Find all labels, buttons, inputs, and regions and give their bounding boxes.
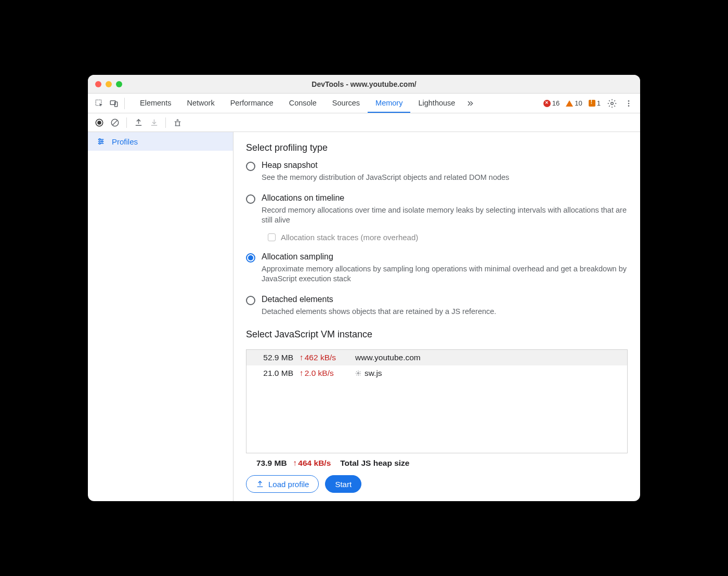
- vm-name: sw.js: [355, 369, 382, 378]
- collect-garbage-icon[interactable]: [170, 115, 185, 130]
- inspect-element-icon[interactable]: [92, 96, 107, 111]
- error-icon: [543, 100, 551, 107]
- gear-icon: [355, 370, 361, 376]
- total-rate: ↑ 464 kB/s: [293, 459, 331, 468]
- issue-icon: [589, 100, 595, 107]
- vm-instance-table: 52.9 MB ↑ 462 kB/s www.youtube.com 21.0 …: [246, 349, 628, 453]
- settings-icon[interactable]: [605, 96, 619, 111]
- separator: [126, 117, 127, 128]
- option-desc: Detached elements shows objects that are…: [262, 307, 628, 317]
- tab-performance[interactable]: Performance: [223, 94, 281, 113]
- tab-sources[interactable]: Sources: [324, 94, 368, 113]
- option-title: Heap snapshot: [262, 161, 628, 170]
- separator: [165, 117, 166, 128]
- svg-point-4: [628, 100, 630, 102]
- radio-detached-elements[interactable]: [246, 296, 255, 305]
- total-size: 73.9 MB: [256, 459, 287, 468]
- start-button[interactable]: Start: [325, 475, 361, 493]
- vm-size: 21.0 MB: [257, 369, 293, 378]
- arrow-up-icon: ↑: [293, 459, 297, 468]
- stack-traces-row: Allocation stack traces (more overhead): [268, 233, 628, 242]
- close-window-button[interactable]: [95, 81, 101, 87]
- window-title: DevTools - www.youtube.com/: [88, 80, 640, 88]
- clear-icon[interactable]: [108, 115, 122, 130]
- svg-point-14: [99, 139, 100, 140]
- more-menu-icon[interactable]: [621, 96, 636, 111]
- vm-row[interactable]: 21.0 MB ↑ 2.0 kB/s sw.js: [246, 365, 627, 381]
- tabbar-status: 16 10 1: [541, 96, 636, 111]
- option-desc: Record memory allocations over time and …: [262, 205, 628, 226]
- vm-row[interactable]: 52.9 MB ↑ 462 kB/s www.youtube.com: [246, 350, 627, 365]
- option-title: Allocation sampling: [262, 252, 628, 261]
- option-desc: See the memory distribution of JavaScrip…: [262, 173, 628, 183]
- vm-size: 52.9 MB: [257, 353, 293, 362]
- devtools-window: DevTools - www.youtube.com/ Elements Net…: [88, 75, 640, 501]
- svg-point-6: [628, 105, 630, 107]
- svg-point-16: [99, 142, 100, 144]
- vm-name: www.youtube.com: [355, 353, 421, 362]
- arrow-up-icon: ↑: [300, 353, 304, 362]
- tab-console[interactable]: Console: [281, 94, 324, 113]
- devtools-tabbar: Elements Network Performance Console Sou…: [88, 94, 640, 113]
- profiling-options: Heap snapshot See the memory distributio…: [233, 161, 640, 327]
- download-profile-icon[interactable]: [147, 115, 161, 130]
- radio-allocations-timeline[interactable]: [246, 194, 255, 204]
- total-label: Total JS heap size: [340, 459, 409, 468]
- option-allocations-timeline[interactable]: Allocations on timeline Record memory al…: [246, 193, 628, 242]
- option-desc: Approximate memory allocations by sampli…: [262, 264, 628, 284]
- issues-badge[interactable]: 1: [587, 99, 603, 107]
- upload-icon: [256, 480, 264, 488]
- svg-point-17: [358, 373, 359, 374]
- checkbox-stack-traces[interactable]: [268, 233, 276, 241]
- option-allocation-sampling[interactable]: Allocation sampling Approximate memory a…: [246, 252, 628, 284]
- svg-point-8: [97, 121, 101, 125]
- svg-line-10: [113, 120, 118, 125]
- svg-point-3: [611, 102, 614, 104]
- errors-badge[interactable]: 16: [541, 99, 562, 107]
- vm-rate: ↑ 2.0 kB/s: [300, 369, 349, 378]
- arrow-up-icon: ↑: [300, 369, 304, 378]
- profiling-type-heading: Select profiling type: [233, 142, 640, 153]
- vm-rate: ↑ 462 kB/s: [300, 353, 349, 362]
- tab-lighthouse[interactable]: Lighthouse: [410, 94, 463, 113]
- tab-network[interactable]: Network: [179, 94, 222, 113]
- sliders-icon: [96, 137, 106, 146]
- sidebar-item-profiles[interactable]: Profiles: [88, 132, 233, 151]
- minimize-window-button[interactable]: [106, 81, 112, 87]
- radio-allocation-sampling[interactable]: [246, 253, 255, 263]
- tab-elements[interactable]: Elements: [132, 94, 179, 113]
- footer-actions: Load profile Start: [233, 468, 640, 493]
- errors-count: 16: [552, 99, 560, 107]
- option-title: Allocations on timeline: [262, 193, 628, 203]
- tab-memory[interactable]: Memory: [368, 94, 410, 113]
- separator: [124, 98, 125, 109]
- option-title: Detached elements: [262, 295, 628, 304]
- panel-tabs: Elements Network Performance Console Sou…: [132, 94, 463, 113]
- total-heap-row: 73.9 MB ↑ 464 kB/s Total JS heap size: [233, 453, 640, 468]
- memory-toolbar: [88, 113, 640, 132]
- profiles-sidebar: Profiles: [88, 132, 233, 501]
- upload-profile-icon[interactable]: [131, 115, 146, 130]
- sidebar-item-label: Profiles: [112, 137, 138, 146]
- checkbox-label: Allocation stack traces (more overhead): [281, 233, 418, 242]
- svg-point-15: [101, 141, 103, 142]
- device-toolbar-icon[interactable]: [107, 96, 121, 111]
- svg-point-5: [628, 102, 630, 104]
- warnings-count: 10: [575, 99, 582, 107]
- maximize-window-button[interactable]: [116, 81, 122, 87]
- window-controls: [95, 81, 122, 87]
- radio-heap-snapshot[interactable]: [246, 162, 255, 171]
- memory-panel: Select profiling type Heap snapshot See …: [233, 132, 640, 501]
- load-profile-button[interactable]: Load profile: [246, 475, 319, 493]
- option-detached-elements[interactable]: Detached elements Detached elements show…: [246, 295, 628, 317]
- titlebar: DevTools - www.youtube.com/: [88, 75, 640, 94]
- tabs-overflow-icon[interactable]: [463, 99, 477, 108]
- option-heap-snapshot[interactable]: Heap snapshot See the memory distributio…: [246, 161, 628, 183]
- issues-count: 1: [597, 99, 601, 107]
- record-icon[interactable]: [92, 115, 107, 130]
- warnings-badge[interactable]: 10: [564, 99, 584, 107]
- warning-icon: [566, 100, 573, 107]
- vm-instance-heading: Select JavaScript VM instance: [233, 329, 640, 340]
